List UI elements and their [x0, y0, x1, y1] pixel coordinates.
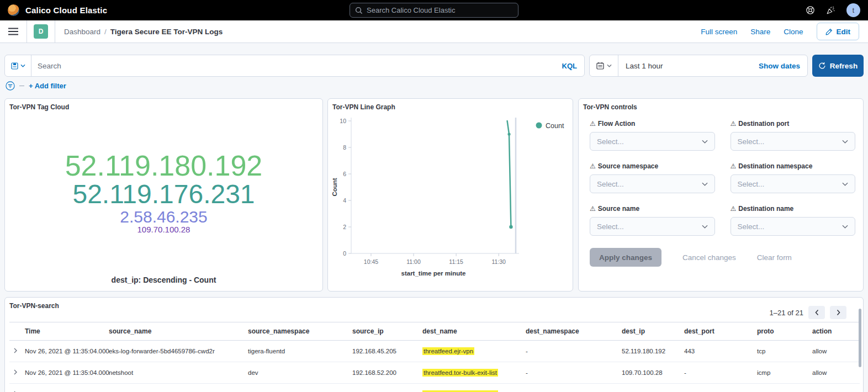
cell-dest-ip: 109.70.100.28	[617, 362, 680, 384]
cell-proto: icmp	[753, 362, 808, 384]
cell-dest-name: threatfeed.tor-bulk-exit-list	[418, 384, 521, 392]
cell-source-name: netshoot	[104, 362, 244, 384]
help-life-ring-icon[interactable]	[806, 6, 815, 15]
saved-query-menu-button[interactable]	[5, 55, 31, 76]
tag-52-119-176-231[interactable]: 52.119.176.231	[72, 181, 255, 208]
apply-changes-button[interactable]: Apply changes	[590, 248, 661, 267]
chevron-down-icon	[702, 225, 708, 229]
tag-109-70-100-28[interactable]: 109.70.100.28	[137, 225, 190, 234]
control-label: ⚠Destination port	[731, 120, 856, 128]
cell-dest-port: 443	[680, 341, 753, 362]
panel-controls: Tor-VPN controls ⚠Flow ActionSelect...⚠D…	[578, 98, 864, 292]
next-page-button[interactable]	[830, 306, 846, 319]
cell-time: Nov 26, 2021 @ 11:34:54.000	[20, 384, 104, 392]
cancel-changes-button[interactable]: Cancel changes	[682, 253, 736, 262]
warning-icon: ⚠	[590, 120, 596, 128]
tag-cloud: 52.119.180.19252.119.176.2312.58.46.2351…	[9, 118, 318, 267]
kql-language-button[interactable]: KQL	[555, 62, 584, 70]
edit-button[interactable]: Edit	[817, 23, 860, 40]
column-header-dest-name[interactable]: dest_name	[418, 322, 521, 341]
control-source-namespace: ⚠Source namespaceSelect...	[590, 162, 715, 193]
menu-hamburger-icon[interactable]	[0, 20, 27, 43]
global-search[interactable]	[350, 3, 518, 18]
panel-search-table: Tor-VPN-search 1–21 of 21 Timesource_nam…	[4, 297, 864, 392]
svg-text:2: 2	[343, 224, 346, 230]
cell-proto: tcp	[753, 341, 808, 362]
column-header-dest-namespace[interactable]: dest_namespace	[521, 322, 617, 341]
table-row: Nov 26, 2021 @ 11:35:04.000netshootdev19…	[9, 362, 860, 384]
user-avatar[interactable]: t	[846, 3, 860, 17]
tag-52-119-180-192[interactable]: 52.119.180.192	[65, 151, 263, 181]
column-header-dest-port[interactable]: dest_port	[680, 322, 753, 341]
control-select-destination-namespace[interactable]: Select...	[731, 174, 856, 193]
dashboard-badge[interactable]: D	[34, 24, 48, 39]
svg-text:0: 0	[343, 250, 346, 257]
column-header-time[interactable]: Time	[20, 322, 104, 341]
column-header-source-name[interactable]: source_name	[104, 322, 244, 341]
svg-text:4: 4	[343, 197, 346, 204]
expand-row-button[interactable]	[9, 384, 20, 392]
dashboard-content: KQL Last 1 hour Show dates	[0, 43, 868, 392]
clear-form-button[interactable]: Clear form	[757, 253, 792, 262]
control-label: ⚠Flow Action	[590, 120, 715, 128]
column-header-action[interactable]: action	[808, 322, 860, 341]
refresh-icon	[818, 62, 826, 70]
control-select-destination-port[interactable]: Select...	[731, 132, 856, 151]
control-label: ⚠Source name	[590, 205, 715, 213]
column-header-dest-ip[interactable]: dest_ip	[617, 322, 680, 341]
expand-row-button[interactable]	[9, 362, 20, 384]
app-title: Calico Cloud Elastic	[25, 6, 107, 15]
warning-icon: ⚠	[590, 205, 596, 213]
chevron-down-icon	[842, 140, 848, 144]
control-select-source-name[interactable]: Select...	[590, 217, 715, 236]
clone-button[interactable]: Clone	[784, 28, 803, 36]
line-chart[interactable]: 024681010:4511:0011:1511:30start_time pe…	[330, 114, 572, 285]
chevron-left-icon	[814, 309, 819, 316]
chart-legend[interactable]: Count	[536, 122, 564, 130]
control-select-destination-name[interactable]: Select...	[731, 217, 856, 236]
add-filter-button[interactable]: + Add filter	[29, 82, 66, 90]
cell-source-namespace: dev	[244, 362, 348, 384]
share-button[interactable]: Share	[750, 28, 770, 36]
page-count: 1–21 of 21	[770, 309, 803, 317]
kql-search-input[interactable]	[31, 62, 555, 70]
cell-source-ip: 192.168.52.200	[348, 362, 418, 384]
control-select-flow-action[interactable]: Select...	[590, 132, 715, 151]
svg-text:11:00: 11:00	[406, 258, 421, 265]
cell-action: allow	[808, 384, 860, 392]
panel-title: Tor-VPN controls	[583, 103, 859, 111]
time-range-value[interactable]: Last 1 hour	[618, 62, 663, 70]
control-destination-namespace: ⚠Destination namespaceSelect...	[731, 162, 856, 193]
column-header-source-ip[interactable]: source_ip	[348, 322, 418, 341]
breadcrumb-dashboard-link[interactable]: Dashboard	[64, 28, 100, 36]
table-scrollbar[interactable]	[859, 309, 861, 367]
control-destination-name: ⚠Destination nameSelect...	[731, 205, 856, 236]
table-row: Nov 26, 2021 @ 11:35:04.000eks-log-forwa…	[9, 341, 860, 362]
control-label: ⚠Source namespace	[590, 162, 715, 170]
cell-dest-namespace: -	[521, 384, 617, 392]
table-pagination: 1–21 of 21	[770, 306, 846, 319]
column-header-proto[interactable]: proto	[753, 322, 808, 341]
control-select-source-namespace[interactable]: Select...	[590, 174, 715, 193]
date-picker: Last 1 hour Show dates	[589, 55, 808, 77]
tag-2-58-46-235[interactable]: 2.58.46.235	[120, 208, 207, 225]
warning-icon: ⚠	[731, 162, 737, 170]
global-search-input[interactable]	[367, 6, 513, 14]
chevron-down-icon	[607, 64, 612, 67]
party-popper-icon[interactable]	[826, 6, 835, 15]
previous-page-button[interactable]	[808, 306, 825, 319]
warning-icon: ⚠	[731, 205, 737, 213]
expand-row-button[interactable]	[9, 341, 20, 362]
filter-menu-icon[interactable]	[6, 81, 15, 91]
search-icon	[355, 7, 363, 14]
refresh-button[interactable]: Refresh	[812, 55, 864, 77]
calico-logo-icon[interactable]	[8, 4, 19, 16]
column-header-source-namespace[interactable]: source_namespace	[244, 322, 348, 341]
logs-table: Timesource_namesource_namespacesource_ip…	[9, 322, 860, 392]
cell-source-ip: 192.168.52.200	[348, 384, 418, 392]
svg-text:Count: Count	[331, 178, 338, 196]
panel-tag-cloud: Tor-VPN Tag Cloud 52.119.180.19252.119.1…	[4, 98, 323, 292]
show-dates-button[interactable]: Show dates	[759, 62, 807, 70]
date-picker-menu-button[interactable]	[590, 55, 618, 76]
full-screen-button[interactable]: Full screen	[701, 28, 737, 36]
